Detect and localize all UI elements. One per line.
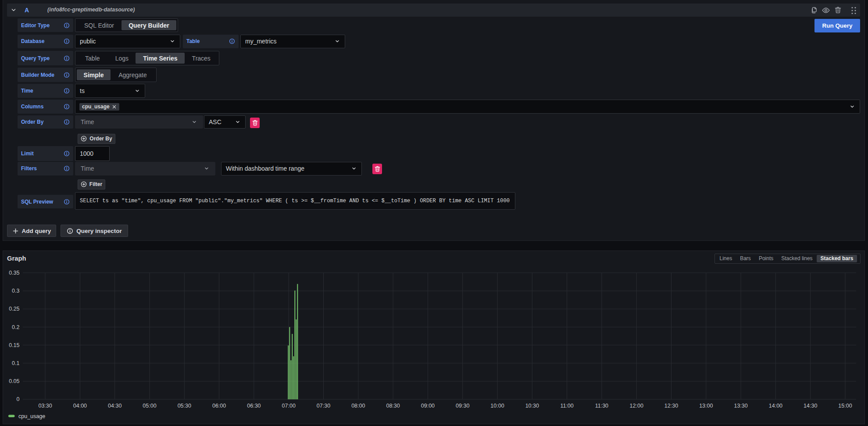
svg-text:04:00: 04:00 <box>73 403 87 409</box>
svg-text:13:00: 13:00 <box>699 403 713 409</box>
svg-text:11:00: 11:00 <box>560 403 573 409</box>
svg-text:0.15: 0.15 <box>9 342 19 348</box>
svg-text:05:30: 05:30 <box>178 403 191 409</box>
svg-text:14:00: 14:00 <box>769 403 782 409</box>
svg-text:10:30: 10:30 <box>525 403 539 409</box>
svg-text:09:30: 09:30 <box>456 403 469 409</box>
svg-text:08:30: 08:30 <box>386 403 400 409</box>
svg-text:0.1: 0.1 <box>12 360 19 366</box>
svg-text:0.25: 0.25 <box>9 306 19 312</box>
svg-text:cpu_usage: cpu_usage <box>18 413 45 419</box>
svg-text:0.05: 0.05 <box>9 378 19 384</box>
svg-text:03:30: 03:30 <box>38 403 52 409</box>
svg-text:07:00: 07:00 <box>282 403 296 409</box>
svg-text:14:30: 14:30 <box>804 403 817 409</box>
svg-text:04:30: 04:30 <box>108 403 121 409</box>
svg-text:10:00: 10:00 <box>490 403 504 409</box>
svg-text:06:00: 06:00 <box>212 403 226 409</box>
svg-text:09:00: 09:00 <box>421 403 435 409</box>
svg-text:0: 0 <box>17 396 20 402</box>
svg-text:13:30: 13:30 <box>734 403 747 409</box>
svg-text:11:30: 11:30 <box>595 403 608 409</box>
svg-text:15:00: 15:00 <box>838 403 852 409</box>
svg-text:08:00: 08:00 <box>351 403 365 409</box>
svg-text:0.35: 0.35 <box>9 270 19 276</box>
svg-text:12:00: 12:00 <box>630 403 643 409</box>
svg-text:06:30: 06:30 <box>247 403 261 409</box>
svg-text:0.2: 0.2 <box>12 324 19 330</box>
svg-text:12:30: 12:30 <box>664 403 678 409</box>
svg-text:05:00: 05:00 <box>143 403 156 409</box>
svg-text:07:30: 07:30 <box>317 403 330 409</box>
svg-text:0.3: 0.3 <box>12 288 19 294</box>
